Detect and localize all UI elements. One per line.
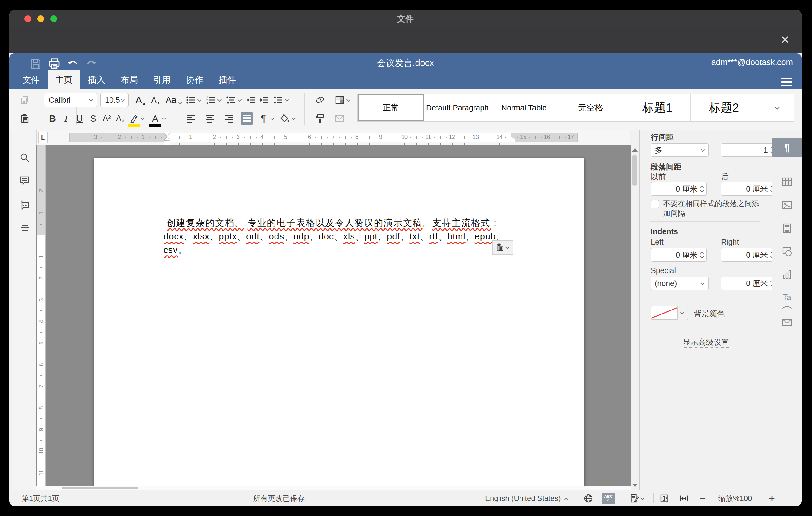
line-spacing-value-spinner[interactable]: 1: [721, 143, 777, 157]
styles-gallery-expand-icon[interactable]: [769, 94, 785, 121]
style-heading2[interactable]: 标题2: [691, 94, 757, 121]
subscript-button[interactable]: A₂: [114, 112, 127, 125]
language-selector[interactable]: English (United States): [485, 490, 569, 506]
indent-left-spinner[interactable]: 0 厘米: [651, 248, 707, 262]
spacing-before-spinner[interactable]: 0 厘米: [651, 182, 707, 196]
chat-icon[interactable]: [20, 200, 30, 210]
shading-bucket-icon[interactable]: [278, 112, 292, 125]
bold-button[interactable]: B: [46, 112, 59, 125]
copy-style-icon[interactable]: [313, 112, 327, 125]
advanced-settings-link[interactable]: 显示高级设置: [640, 337, 772, 347]
comments-icon[interactable]: [20, 175, 30, 186]
first-line-indent-marker[interactable]: [164, 133, 170, 136]
no-space-same-style-checkbox[interactable]: [651, 200, 659, 208]
spacing-after-spinner[interactable]: 0 厘米: [721, 182, 777, 196]
font-color-arrow[interactable]: [162, 116, 166, 120]
strikethrough-button[interactable]: S: [86, 112, 100, 125]
tab-plugins[interactable]: 插件: [211, 70, 244, 89]
fit-width-icon[interactable]: [679, 490, 689, 506]
paragraph[interactable]: 创建复杂的文档、 专业的电子表格以及令人赞叹的演示文稿。支持主流格式： docx…: [167, 216, 512, 257]
special-indent-spinner[interactable]: 0 厘米: [721, 277, 777, 290]
multilevel-list-icon[interactable]: [224, 93, 237, 107]
highlight-color-icon[interactable]: [127, 112, 141, 125]
horizontal-scrollbar[interactable]: [36, 486, 631, 490]
hanging-indent-marker[interactable]: [164, 137, 170, 140]
document-page[interactable]: 创建复杂的文档、 专业的电子表格以及令人赞叹的演示文稿。支持主流格式： docx…: [94, 158, 584, 490]
line-spacing-arrow[interactable]: [285, 97, 289, 102]
paste-icon[interactable]: [18, 112, 31, 125]
mailmerge-settings-icon[interactable]: [782, 317, 792, 328]
mailmerge-icon[interactable]: [333, 112, 346, 125]
close-icon[interactable]: ×: [781, 32, 789, 47]
style-no-spacing[interactable]: 无空格: [557, 94, 624, 121]
scrollbar-thumb[interactable]: [632, 155, 637, 186]
menu-icon[interactable]: [781, 76, 792, 85]
scrollbar-thumb[interactable]: [62, 487, 138, 489]
shading-bucket-arrow[interactable]: [292, 116, 295, 120]
multilevel-list-arrow[interactable]: [237, 97, 241, 102]
font-size-select[interactable]: 10.5: [100, 93, 129, 107]
tab-stop-selector[interactable]: L: [38, 132, 48, 143]
special-indent-select[interactable]: (none): [651, 277, 709, 290]
fit-page-icon[interactable]: [660, 490, 669, 506]
nonprinting-chars-icon[interactable]: ¶: [257, 112, 270, 125]
tab-collaboration[interactable]: 协作: [178, 70, 211, 89]
line-spacing-icon[interactable]: [271, 93, 285, 107]
scroll-up-icon[interactable]: [632, 148, 638, 151]
increase-indent-icon[interactable]: [258, 93, 271, 107]
underline-button[interactable]: U: [73, 112, 86, 125]
navigation-headings-icon[interactable]: [20, 223, 30, 233]
style-normal[interactable]: 正常: [357, 94, 424, 121]
style-normal-table[interactable]: Normal Table: [491, 94, 557, 121]
bullet-list-arrow[interactable]: [198, 97, 201, 102]
paragraph-settings-icon[interactable]: ¶: [772, 138, 802, 157]
copy-icon[interactable]: [18, 93, 31, 107]
bullet-list-icon[interactable]: [184, 93, 198, 107]
change-case-icon[interactable]: Aa: [163, 95, 185, 105]
table-settings-icon[interactable]: [782, 176, 792, 187]
align-right-icon[interactable]: [222, 112, 236, 125]
font-color-icon[interactable]: A: [148, 112, 162, 125]
vertical-ruler[interactable]: 211234567891011: [37, 145, 46, 490]
italic-button[interactable]: I: [59, 112, 73, 125]
decrease-indent-icon[interactable]: [244, 93, 258, 107]
tab-file[interactable]: 文件: [15, 70, 48, 89]
image-settings-icon[interactable]: [782, 200, 792, 210]
style-heading1[interactable]: 标题1: [624, 94, 691, 121]
numbered-list-icon[interactable]: 123: [204, 93, 218, 107]
track-changes-icon[interactable]: [630, 490, 645, 506]
align-center-icon[interactable]: [203, 112, 216, 125]
numbered-list-arrow[interactable]: [218, 97, 222, 102]
spellcheck-toggle[interactable]: ABC✓: [602, 490, 615, 506]
font-name-select[interactable]: Calibri: [44, 93, 97, 107]
background-color-arrow[interactable]: [677, 306, 688, 320]
document-canvas[interactable]: 211234567891011 创建复杂的文档、 专业的电子表格以及令人赞叹的演…: [36, 145, 631, 490]
superscript-button[interactable]: A²: [100, 112, 114, 125]
header-footer-settings-icon[interactable]: [782, 223, 792, 234]
paste-options-button[interactable]: [492, 240, 513, 255]
increase-font-icon[interactable]: A▲: [133, 94, 149, 106]
set-language-icon[interactable]: [584, 490, 593, 506]
background-color-swatch[interactable]: [651, 306, 678, 320]
tab-home[interactable]: 主页: [48, 70, 80, 89]
indent-right-spinner[interactable]: 0 厘米: [721, 248, 777, 262]
align-left-icon[interactable]: [184, 112, 198, 125]
left-indent-marker[interactable]: [164, 141, 170, 145]
textart-settings-icon[interactable]: Ta: [781, 292, 793, 303]
chart-settings-icon[interactable]: [782, 269, 792, 280]
cell-color-icon[interactable]: [333, 93, 346, 107]
justify-icon[interactable]: [241, 112, 253, 125]
highlight-color-arrow[interactable]: [141, 116, 145, 120]
horizontal-ruler[interactable]: 3211234567891011121314151617: [69, 133, 578, 142]
tab-layout[interactable]: 布局: [113, 70, 146, 89]
zoom-in-button[interactable]: +: [769, 490, 775, 506]
decrease-font-icon[interactable]: A▼: [149, 95, 163, 105]
cell-color-arrow[interactable]: [346, 97, 350, 102]
shape-settings-icon[interactable]: [782, 246, 792, 257]
scroll-down-icon[interactable]: [632, 484, 638, 487]
vertical-scrollbar[interactable]: [631, 145, 639, 490]
tab-insert[interactable]: 插入: [80, 70, 113, 89]
tab-references[interactable]: 引用: [146, 70, 178, 89]
clear-style-icon[interactable]: [313, 93, 327, 107]
zoom-out-button[interactable]: −: [700, 490, 705, 506]
